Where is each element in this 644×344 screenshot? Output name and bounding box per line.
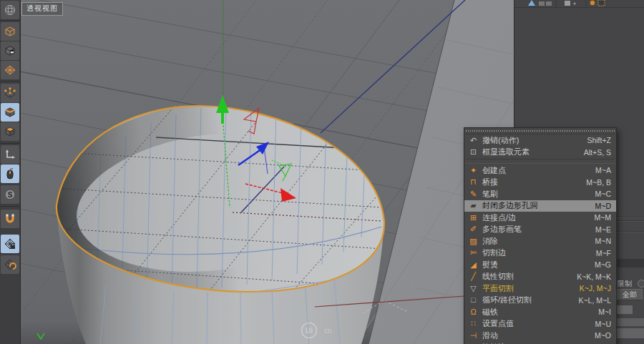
- axis-modify-button[interactable]: [1, 145, 19, 164]
- workplane-mode-button[interactable]: [1, 61, 19, 79]
- svg-text:S: S: [8, 191, 13, 199]
- menu-label: 封闭多边形孔洞: [482, 200, 537, 211]
- model-cube-icon: [4, 25, 16, 38]
- create-point-icon: ✦: [467, 167, 479, 175]
- close-polygon-hole-icon: ▰: [467, 202, 479, 210]
- menu-item-undo-action[interactable]: ↶ 撤销(动作) Shift+Z: [464, 134, 616, 147]
- menu-shortcut: Shift+Z: [587, 136, 611, 144]
- mouse-icon: [4, 167, 16, 180]
- menu-item-slide[interactable]: ⊣ 滑动 M~O: [464, 330, 616, 342]
- tweak-mode-button[interactable]: [1, 164, 19, 183]
- menu-shortcut: K~K, M~K: [577, 272, 611, 281]
- menu-item-set-point-value[interactable]: ∷ 设置点值 M~U: [464, 318, 616, 330]
- menu-shortcut: K~L, M~L: [578, 296, 611, 305]
- soft-selection-button[interactable]: S: [1, 185, 19, 204]
- undo-icon: ↶: [467, 137, 479, 144]
- menu-item-magnet[interactable]: Ω 磁铁 M~I: [464, 306, 616, 318]
- perspective-viewport[interactable]: Ui cn: [20, 0, 514, 344]
- texture-mode-button[interactable]: [1, 41, 19, 60]
- menu-shortcut: M~F: [596, 249, 611, 257]
- connect-points-icon: ⊞: [467, 214, 479, 222]
- magnet-tool-icon: Ω: [467, 308, 479, 316]
- menu-item-bridge[interactable]: ⊓ 桥接 M~B, B: [464, 177, 616, 189]
- value-swatch[interactable]: [617, 305, 633, 314]
- menu-item-polygon-pen[interactable]: ✐ 多边形画笔 M~E: [464, 224, 616, 236]
- svg-text:cn: cn: [324, 327, 332, 335]
- menu-shortcut: M~G: [595, 260, 611, 269]
- menu-item-loop-path-cut[interactable]: □ 循环/路径切割 K~L, M~L: [464, 295, 616, 307]
- iron-icon: ◢: [467, 261, 479, 269]
- menu-label: 循环/路径切割: [482, 295, 532, 305]
- edges-mode-button[interactable]: [1, 103, 19, 122]
- cinema4d-window: Ui cn 透视视图: [0, 0, 644, 344]
- menu-separator: [466, 159, 615, 164]
- slide-icon: ⊣: [467, 332, 479, 340]
- viewport-title[interactable]: 透视视图: [21, 2, 63, 16]
- menu-item-rotate-edge[interactable]: ↻ 旋转边 M~V: [464, 342, 616, 344]
- workplane-align-button[interactable]: [1, 255, 19, 274]
- menu-item-frame-selected[interactable]: ⊡ 框显选取元素 Alt+S, S: [464, 147, 616, 159]
- cut-edge-icon: ✄: [467, 249, 479, 257]
- menu-shortcut: K~J, M~J: [580, 284, 611, 293]
- material-dot-icon[interactable]: [590, 1, 595, 5]
- polygon-pen-icon: ✐: [467, 225, 479, 233]
- menu-label: 笔刷: [482, 189, 498, 200]
- menu-item-cut-edge[interactable]: ✄ 切割边 M~F: [464, 247, 616, 260]
- brush-icon: ✎: [467, 190, 479, 198]
- menu-tearoff-grip[interactable]: [466, 129, 615, 134]
- menu-label: 连接点/边: [482, 212, 516, 223]
- menu-item-line-cut[interactable]: ╱ 线性切割 K~K, M~K: [464, 271, 616, 283]
- polygons-cube-icon: [4, 125, 16, 138]
- selection-tag-icon[interactable]: [598, 0, 605, 6]
- menu-shortcut: M~O: [595, 331, 611, 340]
- grid-lock-icon: [4, 237, 16, 250]
- menu-shortcut: M~C: [595, 190, 611, 198]
- workplane-grid-icon: [4, 64, 16, 77]
- menu-item-create-point[interactable]: ✦ 创建点 M~A: [464, 164, 616, 177]
- menu-shortcut: Alt+S, S: [584, 148, 611, 157]
- points-cube-icon: [4, 87, 16, 99]
- menu-label: 多边形画笔: [482, 224, 522, 235]
- menu-label: 设置点值: [482, 318, 514, 329]
- menu-label: 消除: [482, 236, 498, 247]
- menu-label: 框显选取元素: [482, 147, 530, 157]
- menu-shortcut: M~M: [594, 213, 611, 222]
- svg-text:Ui: Ui: [306, 327, 313, 335]
- menu-label: 线性切割: [482, 271, 514, 282]
- menu-item-dissolve[interactable]: ▨ 消除 M~N: [464, 235, 616, 247]
- menu-label: 滑动: [482, 330, 498, 341]
- menu-item-connect-points-edges[interactable]: ⊞ 连接点/边 M~M: [464, 212, 616, 224]
- points-mode-button[interactable]: [1, 84, 19, 102]
- snap-button[interactable]: [1, 210, 19, 228]
- plane-cut-icon: ▽: [467, 285, 479, 293]
- menu-shortcut: M~E: [595, 225, 611, 234]
- menu-item-plane-cut[interactable]: ▽ 平面切割 K~J, M~J: [464, 282, 616, 295]
- scope-dropdown[interactable]: 全部: [617, 289, 643, 300]
- model-mode-button[interactable]: [1, 22, 19, 41]
- workplane-lock-button[interactable]: [1, 235, 19, 253]
- make-editable-button[interactable]: [1, 1, 19, 19]
- magnet-icon: [4, 212, 16, 225]
- globe-icon: [4, 4, 16, 16]
- polygons-mode-button[interactable]: [1, 122, 19, 141]
- modeling-context-menu: ↶ 撤销(动作) Shift+Z ⊡ 框显选取元素 Alt+S, S ✦ 创建点…: [464, 127, 617, 344]
- bridge-icon: ⊓: [467, 178, 479, 186]
- s-circle-icon: S: [4, 188, 16, 201]
- restrict-toggle[interactable]: [638, 280, 644, 288]
- menu-item-iron[interactable]: ◢ 熨烫 M~G: [464, 259, 616, 271]
- loop-path-cut-icon: □: [467, 296, 479, 304]
- menu-shortcut: M~A: [595, 166, 611, 175]
- mode-toolbar: S: [0, 0, 21, 344]
- menu-shortcut: M~I: [598, 308, 611, 316]
- value-field-1[interactable]: [615, 318, 644, 326]
- object-manager-strip: [514, 0, 644, 8]
- dissolve-icon: ▨: [467, 237, 479, 245]
- menu-item-close-polygon-hole[interactable]: ▰ 封闭多边形孔洞 M~D: [464, 200, 616, 212]
- menu-label: 平面切割: [482, 283, 514, 294]
- menu-item-brush[interactable]: ✎ 笔刷 M~C: [464, 188, 616, 200]
- edges-cube-icon: [4, 106, 16, 119]
- value-field-2[interactable]: [615, 328, 644, 338]
- menu-label: 创建点: [482, 165, 506, 176]
- cone-object-icon: [528, 0, 535, 6]
- line-cut-icon: ╱: [467, 272, 479, 280]
